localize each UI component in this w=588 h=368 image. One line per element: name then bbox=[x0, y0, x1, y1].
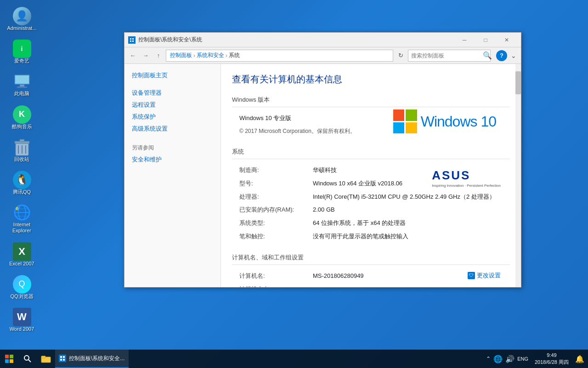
left-nav: 控制面板主页 设备管理器 远程设置 系统保护 高级系统设置 另请参阅 安全和维护 bbox=[124, 64, 221, 287]
win-logo-red bbox=[393, 109, 405, 121]
desktop-icon-iqiyi[interactable]: i 爱奇艺 bbox=[5, 37, 39, 66]
desktop-icon-qq[interactable]: 🐧 腾讯QQ bbox=[5, 168, 39, 197]
nav-security-maintenance[interactable]: 安全和维护 bbox=[124, 154, 220, 166]
win-logo-yellow bbox=[406, 122, 417, 134]
nav-main-link[interactable]: 控制面板主页 bbox=[124, 69, 220, 81]
shield-icon: 🛡 bbox=[468, 272, 475, 279]
recyclebin-icon bbox=[13, 138, 31, 156]
ram-value: 2.00 GB bbox=[313, 205, 503, 215]
nav-advanced[interactable]: 高级系统设置 bbox=[124, 123, 220, 135]
help-button[interactable]: ? bbox=[496, 50, 507, 61]
back-button[interactable]: ← bbox=[127, 50, 138, 61]
breadcrumb-controlpanel[interactable]: 控制面板 bbox=[170, 52, 192, 59]
section-system: 系统 bbox=[232, 145, 510, 159]
addressbar: ← → ↑ 控制面板 › 系统和安全 › 系统 ↻ 🔍 ? ⌄ bbox=[124, 47, 521, 64]
desktop-icon-recyclebin[interactable]: 回收站 bbox=[5, 136, 39, 165]
close-button[interactable]: ✕ bbox=[496, 33, 517, 47]
taskbar-fileexplorer-button[interactable] bbox=[37, 350, 55, 368]
pen-row: 笔和触控: 没有可用于此显示器的笔或触控输入 bbox=[232, 230, 510, 243]
refresh-button[interactable]: ↻ bbox=[395, 50, 406, 61]
up-button[interactable]: ↑ bbox=[153, 50, 164, 61]
forward-button[interactable]: → bbox=[140, 50, 151, 61]
change-settings-link[interactable]: 更改设置 bbox=[477, 271, 501, 280]
language-indicator[interactable]: ENG bbox=[517, 356, 528, 362]
search-input[interactable] bbox=[408, 52, 483, 59]
desktop-icon-word[interactable]: W Word 2007 bbox=[5, 305, 39, 334]
logo-cell-1 bbox=[5, 355, 9, 358]
windows10-logo: Windows 10 bbox=[393, 109, 496, 133]
nav-remote[interactable]: 远程设置 bbox=[124, 99, 220, 111]
window-icon bbox=[128, 36, 136, 44]
svg-rect-3 bbox=[17, 86, 27, 88]
taskbar-arrow-icon[interactable]: ⌃ bbox=[486, 356, 491, 362]
svg-text:e: e bbox=[16, 205, 19, 212]
windows-logo-grid bbox=[393, 109, 417, 133]
pen-label: 笔和触控: bbox=[239, 232, 313, 242]
computer-info-block: 计算机名: MS-201806280949 计算机全名: MS-20180628… bbox=[232, 270, 510, 287]
qq-label: 腾讯QQ bbox=[13, 189, 31, 195]
scrollbar[interactable] bbox=[515, 64, 521, 287]
system-info-block: 制造商: 华硕科技 型号: Windows 10 x64 企业版 v2018.0… bbox=[232, 164, 510, 243]
svg-rect-28 bbox=[60, 359, 62, 361]
excel-icon: X bbox=[13, 242, 31, 261]
ram-row: 已安装的内存(RAM): 2.00 GB bbox=[232, 203, 510, 217]
section-windows-version: Windows 版本 bbox=[232, 93, 510, 107]
desktop-icon-qqbrowser[interactable]: Q QQ浏览器 bbox=[5, 273, 39, 302]
section-computer: 计算机名、域和工作组设置 bbox=[232, 251, 510, 265]
desktop-icon-mycomputer[interactable]: 此电脑 bbox=[5, 70, 39, 99]
svg-rect-26 bbox=[60, 356, 62, 358]
search-button[interactable]: 🔍 bbox=[483, 50, 492, 61]
svg-rect-29 bbox=[63, 359, 65, 361]
volume-icon[interactable]: 🔊 bbox=[505, 355, 514, 363]
administrator-label: Administrat... bbox=[7, 25, 36, 31]
breadcrumb-security[interactable]: 系统和安全 bbox=[197, 52, 224, 59]
svg-rect-24 bbox=[41, 356, 45, 358]
nav-device-manager[interactable]: 设备管理器 bbox=[124, 87, 220, 99]
taskbar: 控制面板\系统和安全... ⌃ 🌐 🔊 ENG 9:49 2018/6/28 周… bbox=[0, 350, 588, 368]
svg-rect-16 bbox=[129, 37, 135, 43]
scrollbar-thumb[interactable] bbox=[515, 71, 521, 94]
computer-name-label: 计算机名: bbox=[239, 271, 313, 281]
svg-rect-17 bbox=[130, 38, 131, 40]
asus-logo-text: ASUS bbox=[432, 168, 501, 183]
taskbar-active-app[interactable]: 控制面板\系统和安全... bbox=[55, 350, 129, 368]
maximize-button[interactable]: □ bbox=[475, 33, 496, 47]
breadcrumb-system: 系统 bbox=[229, 52, 240, 59]
processor-row: 处理器: Intel(R) Core(TM) i5-3210M CPU @ 2.… bbox=[232, 190, 510, 204]
desktop-icon-administrator[interactable]: 👤 Administrat... bbox=[5, 5, 39, 34]
logo-cell-4 bbox=[10, 359, 13, 363]
kugou-label: 酷狗音乐 bbox=[12, 124, 32, 130]
taskbar-search-button[interactable] bbox=[18, 350, 37, 368]
breadcrumb[interactable]: 控制面板 › 系统和安全 › 系统 bbox=[166, 50, 393, 62]
search-bar[interactable]: 🔍 bbox=[408, 50, 491, 62]
start-button[interactable] bbox=[0, 350, 18, 368]
excel-label: Excel 2007 bbox=[9, 261, 34, 267]
also-section: 另请参阅 安全和维护 bbox=[124, 142, 220, 166]
pen-value: 没有可用于此显示器的笔或触控输入 bbox=[313, 232, 503, 242]
svg-line-22 bbox=[28, 360, 31, 362]
iqiyi-icon: i bbox=[13, 40, 31, 58]
window-titlebar: 控制面板\系统和安全\系统 ─ □ ✕ bbox=[124, 33, 521, 47]
desktop-icon-kugou[interactable]: K 酷狗音乐 bbox=[5, 103, 39, 132]
desktop-icon-ie[interactable]: e Internet Explorer bbox=[5, 201, 39, 236]
notification-button[interactable]: 🔔 bbox=[575, 355, 584, 363]
system-type-label: 系统类型: bbox=[239, 218, 313, 228]
windows-edition-value: Windows 10 专业版 bbox=[239, 114, 291, 123]
windows-logo bbox=[5, 355, 13, 363]
desktop-icon-excel[interactable]: X Excel 2007 bbox=[5, 240, 39, 269]
control-panel-window: 控制面板\系统和安全\系统 ─ □ ✕ ← → ↑ 控制面板 › 系统和安全 ›… bbox=[124, 32, 521, 288]
computer-fullname-value: MS-201806280949 bbox=[313, 285, 503, 287]
manufacturer-label: 制造商: bbox=[239, 166, 313, 175]
expand-button[interactable]: ⌄ bbox=[509, 50, 518, 61]
nav-protection[interactable]: 系统保护 bbox=[124, 111, 220, 123]
system-type-value: 64 位操作系统，基于 x64 的处理器 bbox=[313, 218, 503, 228]
logo-cell-3 bbox=[5, 359, 9, 363]
processor-value: Intel(R) Core(TM) i5-3210M CPU @ 2.50GHz… bbox=[313, 192, 503, 202]
minimize-button[interactable]: ─ bbox=[454, 33, 475, 47]
taskbar-clock[interactable]: 9:49 2018/6/28 周四 bbox=[531, 352, 572, 366]
network-icon[interactable]: 🌐 bbox=[493, 355, 503, 363]
ie-label: Internet Explorer bbox=[7, 222, 37, 234]
change-settings-area[interactable]: 🛡 更改设置 bbox=[468, 271, 501, 280]
windows10-text: Windows 10 bbox=[421, 113, 496, 130]
iqiyi-label: 爱奇艺 bbox=[14, 58, 29, 64]
